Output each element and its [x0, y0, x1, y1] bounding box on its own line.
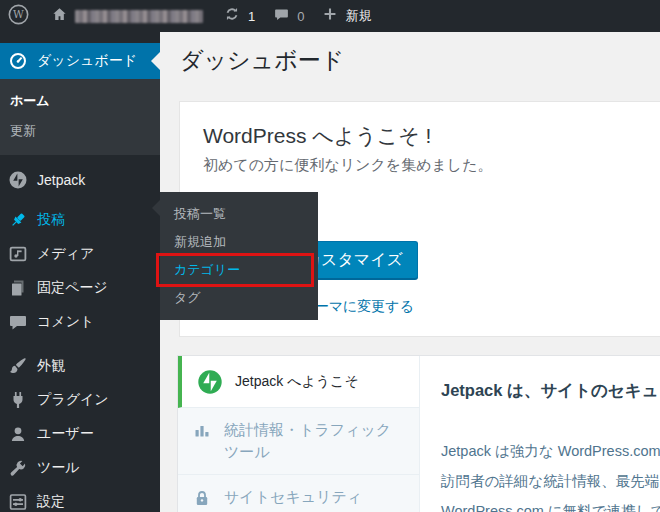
- new-label: 新規: [345, 7, 371, 25]
- sidebar-item-users[interactable]: ユーザー: [0, 417, 160, 451]
- comments-button[interactable]: 0: [264, 0, 313, 32]
- dashboard-icon: [8, 51, 28, 71]
- sidebar-item-label: ダッシュボード: [37, 52, 137, 70]
- submenu-item-home[interactable]: ホーム: [0, 86, 160, 116]
- sidebar-item-jetpack[interactable]: Jetpack: [0, 163, 160, 197]
- jetpack-icon: [8, 170, 28, 190]
- svg-text:W: W: [13, 8, 24, 20]
- submenu-item-updates[interactable]: 更新: [0, 116, 160, 146]
- welcome-subtitle: 初めての方に便利なリンクを集めました。: [203, 156, 493, 175]
- menu-separator: [0, 339, 160, 349]
- jetpack-green-icon: [197, 369, 223, 395]
- plug-icon: [8, 390, 28, 410]
- plus-icon: [322, 6, 338, 26]
- sidebar-item-label: ツール: [37, 459, 80, 477]
- pages-icon: [8, 278, 28, 298]
- sidebar-item-settings[interactable]: 設定: [0, 485, 160, 512]
- sidebar-item-label: 投稿: [37, 211, 65, 229]
- sidebar-item-pages[interactable]: 固定ページ: [0, 271, 160, 305]
- sidebar-item-posts[interactable]: 投稿: [0, 203, 160, 237]
- dashboard-submenu: ホーム 更新: [0, 79, 160, 155]
- jetpack-nav-security[interactable]: サイトセキュリティ: [178, 475, 419, 512]
- update-count: 1: [248, 9, 255, 24]
- sidebar-item-appearance[interactable]: 外観: [0, 349, 160, 383]
- wordpress-logo-icon: W: [8, 4, 29, 29]
- site-name-redacted: [75, 10, 203, 23]
- update-icon: [223, 5, 241, 27]
- comment-icon: [273, 6, 290, 27]
- updates-button[interactable]: 1: [214, 0, 264, 32]
- annotation-highlight-box: [156, 253, 314, 287]
- flyout-item-add-new[interactable]: 新規追加: [160, 228, 318, 256]
- sidebar-item-media[interactable]: メディア: [0, 237, 160, 271]
- page-title: ダッシュボード: [180, 45, 344, 76]
- paintbrush-icon: [8, 356, 28, 376]
- sliders-icon: [8, 492, 28, 512]
- sidebar-item-label: コメント: [37, 313, 94, 331]
- flyout-item-tags[interactable]: タグ: [160, 284, 318, 312]
- jetpack-welcome-header[interactable]: Jetpack へようこそ: [178, 356, 419, 408]
- jetpack-nav: 統計情報・トラフィックツール サイトセキュリティ: [178, 408, 419, 512]
- sidebar-item-dashboard[interactable]: ダッシュボード: [0, 43, 160, 79]
- jetpack-welcome-title: Jetpack へようこそ: [235, 373, 359, 391]
- comments-icon: [8, 312, 28, 332]
- jetpack-welcome-card: Jetpack へようこそ 統計情報・トラフィックツール サイトセキュリティ: [177, 355, 660, 512]
- home-icon: [51, 6, 68, 27]
- bar-chart-icon: [192, 421, 212, 441]
- pushpin-icon: [8, 210, 28, 230]
- sidebar-item-label: ユーザー: [37, 425, 94, 443]
- jetpack-description-line: 訪問者の詳細な統計情報、最先端: [441, 472, 659, 491]
- sidebar-item-tools[interactable]: ツール: [0, 451, 160, 485]
- sidebar-item-label: 外観: [37, 357, 65, 375]
- admin-bar: W 1 0 新規: [0, 0, 660, 32]
- site-name-link[interactable]: [42, 0, 212, 32]
- sidebar-item-comments[interactable]: コメント: [0, 305, 160, 339]
- sidebar-item-label: プラグイン: [37, 391, 109, 409]
- jetpack-nav-security-label: サイトセキュリティ: [224, 486, 362, 508]
- sidebar-item-plugins[interactable]: プラグイン: [0, 383, 160, 417]
- jetpack-description-line: WordPress.com に無料で連携して: [441, 502, 660, 512]
- sidebar-item-label: 固定ページ: [37, 279, 108, 297]
- wordpress-admin-screen: ダッシュボード WordPress へようこそ ! 初めての方に便利なリンクを集…: [0, 0, 660, 512]
- jetpack-description-line: Jetpack は強力な WordPress.com: [441, 442, 660, 461]
- jetpack-nav-stats[interactable]: 統計情報・トラフィックツール: [178, 408, 419, 475]
- comment-count: 0: [297, 9, 304, 24]
- jetpack-description-pane: Jetpack は、サイトのセキュ Jetpack は強力な WordPress…: [419, 356, 660, 512]
- flyout-item-all-posts[interactable]: 投稿一覧: [160, 200, 318, 228]
- sidebar-item-label: 設定: [37, 493, 65, 511]
- jetpack-nav-stats-label: 統計情報・トラフィックツール: [224, 419, 405, 463]
- welcome-title: WordPress へようこそ !: [203, 122, 431, 150]
- lock-icon: [192, 488, 212, 508]
- sidebar-item-label: Jetpack: [37, 172, 85, 188]
- new-content-button[interactable]: 新規: [313, 0, 380, 32]
- sidebar-item-label: メディア: [37, 245, 94, 263]
- wp-logo-button[interactable]: W: [0, 0, 38, 32]
- jetpack-description-heading: Jetpack は、サイトのセキュ: [441, 380, 659, 402]
- wrench-icon: [8, 458, 28, 478]
- media-icon: [8, 244, 28, 264]
- admin-sidebar: ダッシュボード ホーム 更新 Jetpack 投稿: [0, 32, 160, 512]
- user-icon: [8, 424, 28, 444]
